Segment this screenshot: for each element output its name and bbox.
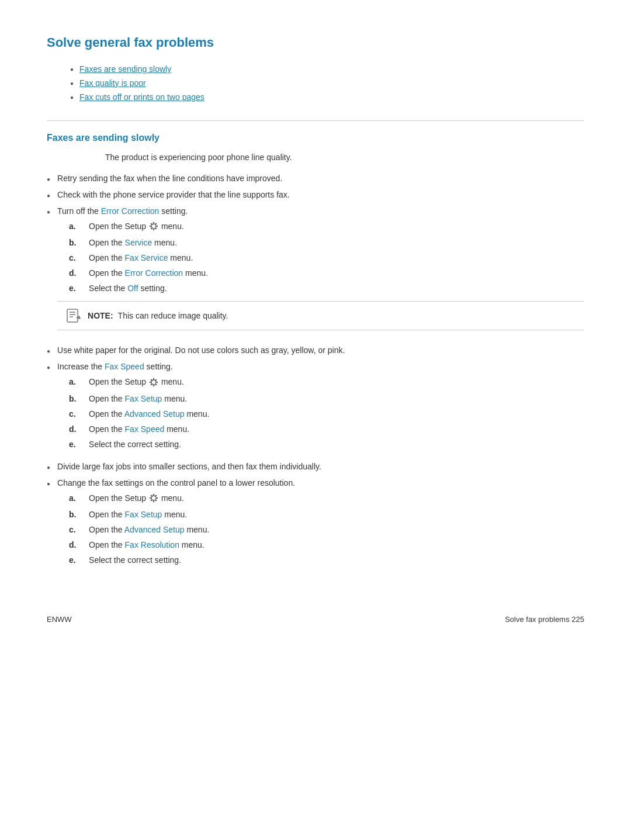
- sub-content-7c: Open the Advanced Setup menu.: [89, 525, 209, 534]
- page-title: Solve general fax problems: [47, 35, 584, 50]
- link-fax-speed-main[interactable]: Fax Speed: [105, 362, 144, 371]
- bullet-content-5: Increase the Fax Speed setting. a. Open …: [57, 362, 584, 454]
- bullet-item-1: ● Retry sending the fax when the line co…: [47, 174, 584, 183]
- bullet-item-4: ● Use white paper for the original. Do n…: [47, 345, 584, 355]
- bullet-3-text-before: Turn off the: [57, 206, 101, 216]
- sub-content-5c: Open the Advanced Setup menu.: [89, 409, 209, 419]
- svg-point-27: [151, 495, 152, 496]
- svg-point-3: [150, 226, 151, 227]
- svg-point-13: [151, 380, 156, 385]
- svg-point-4: [157, 226, 158, 227]
- bullet-item-3: ● Turn off the Error Correction setting.…: [47, 206, 584, 338]
- bullet-dot-6: ●: [47, 464, 50, 471]
- sub-item-7d: d. Open the Fax Resolution menu.: [69, 540, 584, 549]
- setup-icon-3a: [148, 221, 159, 231]
- sub-label-7e: e.: [69, 555, 83, 565]
- link-fax-service[interactable]: Fax Service: [125, 253, 168, 262]
- sub-content-3c: Open the Fax Service menu.: [89, 253, 193, 262]
- link-fax-resolution[interactable]: Fax Resolution: [125, 540, 179, 549]
- link-off[interactable]: Off: [127, 284, 138, 293]
- toc-link-2[interactable]: Fax quality is poor: [79, 78, 146, 88]
- sub-content-7e: Select the correct setting.: [89, 555, 181, 565]
- sub-item-5a: a. Open the Setup menu.: [69, 377, 584, 388]
- svg-point-20: [155, 379, 157, 380]
- sub-label-5a: a.: [69, 377, 83, 386]
- sub-label-3c: c.: [69, 253, 83, 262]
- sub-item-7e: e. Select the correct setting.: [69, 555, 584, 565]
- svg-point-14: [153, 378, 154, 379]
- toc-item-2[interactable]: Fax quality is poor: [70, 78, 584, 88]
- bullet-item-6: ● Divide large fax jobs into smaller sec…: [47, 462, 584, 471]
- sub-content-3b: Open the Service menu.: [89, 238, 177, 247]
- link-fax-speed-sub[interactable]: Fax Speed: [125, 424, 165, 434]
- sub-content-3d: Open the Error Correction menu.: [89, 268, 208, 278]
- svg-point-22: [151, 496, 156, 500]
- sub-content-3e: Select the Off setting.: [89, 284, 167, 293]
- sub-content-7d: Open the Fax Resolution menu.: [89, 540, 204, 549]
- link-advanced-setup-2[interactable]: Advanced Setup: [124, 525, 185, 534]
- sub-item-5c: c. Open the Advanced Setup menu.: [69, 409, 584, 419]
- toc-list: Faxes are sending slowly Fax quality is …: [70, 64, 584, 102]
- sub-label-7a: a.: [69, 493, 83, 503]
- toc-item-3[interactable]: Fax cuts off or prints on two pages: [70, 92, 584, 102]
- setup-icon-5a: [148, 377, 159, 388]
- sub-label-5d: d.: [69, 424, 83, 434]
- sub-item-5d: d. Open the Fax Speed menu.: [69, 424, 584, 434]
- bullet-content-7: Change the fax settings on the control p…: [57, 478, 584, 571]
- svg-point-28: [155, 500, 157, 501]
- note-label: NOTE:: [88, 311, 113, 320]
- sub-item-3c: c. Open the Fax Service menu.: [69, 253, 584, 262]
- toc-link-3[interactable]: Fax cuts off or prints on two pages: [79, 92, 204, 102]
- note-icon: [65, 307, 82, 324]
- bullet-3-link-error-correction[interactable]: Error Correction: [101, 206, 160, 216]
- svg-point-7: [155, 223, 157, 224]
- sub-content-5d: Open the Fax Speed menu.: [89, 424, 189, 434]
- bullet-content-4: Use white paper for the original. Do not…: [57, 345, 584, 355]
- link-service[interactable]: Service: [125, 238, 152, 247]
- link-error-correction-menu[interactable]: Error Correction: [125, 268, 183, 278]
- bullet-5-text-after: setting.: [144, 362, 173, 371]
- sub-label-5c: c.: [69, 409, 83, 419]
- footer-right: Solve fax problems 225: [505, 615, 584, 624]
- link-fax-setup-2[interactable]: Fax Setup: [125, 510, 162, 519]
- sub-item-3d: d. Open the Error Correction menu.: [69, 268, 584, 278]
- bullet-3-text-after: setting.: [159, 206, 188, 216]
- section-title-faxes-sending-slowly: Faxes are sending slowly: [47, 133, 584, 143]
- svg-point-8: [151, 228, 152, 229]
- sub-label-7b: b.: [69, 510, 83, 519]
- sub-item-7a: a. Open the Setup menu.: [69, 493, 584, 504]
- sub-label-7c: c.: [69, 525, 83, 534]
- sub-content-7b: Open the Fax Setup menu.: [89, 510, 187, 519]
- toc-item-1[interactable]: Faxes are sending slowly: [70, 64, 584, 74]
- sub-label-5b: b.: [69, 394, 83, 403]
- bullet-dot-7: ●: [47, 481, 50, 487]
- sub-label-5e: e.: [69, 440, 83, 449]
- sub-label-3e: e.: [69, 284, 83, 293]
- section-divider: [47, 120, 584, 121]
- svg-point-15: [153, 385, 154, 386]
- link-advanced-setup-1[interactable]: Advanced Setup: [124, 409, 185, 419]
- svg-point-2: [153, 229, 154, 230]
- svg-point-21: [151, 383, 152, 385]
- svg-rect-9: [67, 309, 78, 322]
- bullet-dot-5: ●: [47, 364, 50, 371]
- svg-point-29: [155, 495, 157, 496]
- sub-item-7c: c. Open the Advanced Setup menu.: [69, 525, 584, 534]
- sub-label-3b: b.: [69, 238, 83, 247]
- bullet-item-7: ● Change the fax settings on the control…: [47, 478, 584, 571]
- toc-link-1[interactable]: Faxes are sending slowly: [79, 64, 171, 74]
- sub-content-7a: Open the Setup menu.: [89, 493, 184, 504]
- note-box: NOTE: This can reduce image quality.: [57, 301, 584, 330]
- bullet-5-text-before: Increase the: [57, 362, 105, 371]
- bullet-item-5: ● Increase the Fax Speed setting. a. Ope…: [47, 362, 584, 454]
- svg-point-16: [150, 381, 151, 382]
- bullet-dot-3: ●: [47, 209, 50, 215]
- svg-point-19: [155, 383, 157, 385]
- svg-point-1: [153, 222, 154, 223]
- link-fax-setup-1[interactable]: Fax Setup: [125, 394, 162, 403]
- svg-point-26: [157, 497, 158, 499]
- sub-content-5a: Open the Setup menu.: [89, 377, 184, 388]
- sub-list-7: a. Open the Setup menu. b. Open the Fax …: [69, 493, 584, 565]
- sub-label-3d: d.: [69, 268, 83, 278]
- sub-list-3: a. Open the Setup menu. b. Open the Serv…: [69, 222, 584, 293]
